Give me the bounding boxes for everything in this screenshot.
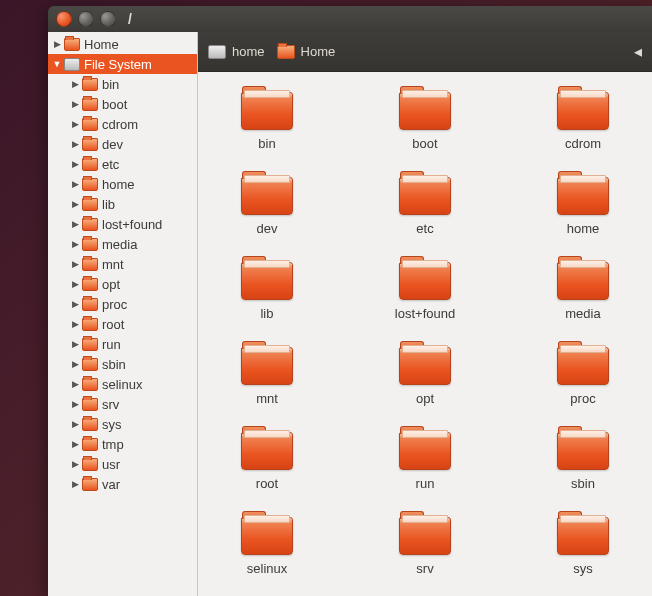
sidebar-item-folder[interactable]: ▶dev [48,134,197,154]
sidebar-item-folder[interactable]: ▶bin [48,74,197,94]
sidebar-item-label: root [102,317,124,332]
sidebar-item-folder[interactable]: ▶var [48,474,197,494]
chevron-right-icon[interactable]: ▶ [70,139,80,149]
sidebar-item-folder[interactable]: ▶lib [48,194,197,214]
chevron-right-icon[interactable]: ▶ [70,339,80,349]
sidebar-item-folder[interactable]: ▶sys [48,414,197,434]
folder-item[interactable]: selinux [241,517,293,576]
folder-icon [82,418,98,431]
folder-item[interactable]: lib [241,262,293,321]
folder-icon [241,347,293,385]
chevron-right-icon[interactable]: ▶ [70,159,80,169]
home-folder-icon [64,38,80,51]
folder-icon [82,198,98,211]
sidebar-item-folder[interactable]: ▶root [48,314,197,334]
sidebar-item-label: usr [102,457,120,472]
sidebar-item-folder[interactable]: ▶home [48,174,197,194]
folder-item[interactable]: opt [399,347,451,406]
folder-item[interactable]: run [399,432,451,491]
sidebar-item-label: lost+found [102,217,162,232]
maximize-icon[interactable] [100,11,116,27]
path-segment-home[interactable]: Home [277,44,336,59]
chevron-right-icon[interactable]: ▶ [70,219,80,229]
folder-item[interactable]: home [557,177,609,236]
folder-label: proc [570,391,595,406]
sidebar[interactable]: ▶ Home ▼ File System ▶bin▶boot▶cdrom▶dev… [48,32,198,596]
chevron-right-icon[interactable]: ▶ [70,259,80,269]
chevron-right-icon[interactable]: ▶ [70,359,80,369]
sidebar-item-folder[interactable]: ▶tmp [48,434,197,454]
folder-icon [82,178,98,191]
chevron-right-icon[interactable]: ▶ [70,99,80,109]
folder-item[interactable]: dev [241,177,293,236]
sidebar-item-folder[interactable]: ▶run [48,334,197,354]
folder-icon [82,318,98,331]
folder-label: bin [258,136,275,151]
sidebar-item-label: mnt [102,257,124,272]
folder-icon [82,358,98,371]
chevron-right-icon[interactable]: ▶ [52,39,62,49]
sidebar-item-folder[interactable]: ▶etc [48,154,197,174]
chevron-right-icon[interactable]: ▶ [70,199,80,209]
folder-icon [82,298,98,311]
folder-item[interactable]: bin [241,92,293,151]
folder-icon [399,262,451,300]
sidebar-item-folder[interactable]: ▶srv [48,394,197,414]
folder-item[interactable]: mnt [241,347,293,406]
path-segment-root[interactable]: home [208,44,265,59]
folder-item[interactable]: proc [557,347,609,406]
chevron-right-icon[interactable]: ▶ [70,379,80,389]
chevron-right-icon[interactable]: ▶ [70,119,80,129]
minimize-icon[interactable] [78,11,94,27]
chevron-right-icon[interactable]: ▶ [70,479,80,489]
sidebar-item-folder[interactable]: ▶usr [48,454,197,474]
folder-icon [82,78,98,91]
chevron-right-icon[interactable]: ▶ [70,299,80,309]
chevron-right-icon[interactable]: ▶ [70,419,80,429]
chevron-down-icon[interactable]: ▼ [52,59,62,69]
sidebar-item-folder[interactable]: ▶proc [48,294,197,314]
chevron-right-icon[interactable]: ▶ [70,459,80,469]
sidebar-item-folder[interactable]: ▶media [48,234,197,254]
folder-item[interactable]: etc [399,177,451,236]
folder-item[interactable]: boot [399,92,451,151]
sidebar-place-home[interactable]: ▶ Home [48,34,197,54]
folder-item[interactable]: srv [399,517,451,576]
folder-label: run [416,476,435,491]
titlebar[interactable]: / [48,6,652,32]
sidebar-item-folder[interactable]: ▶cdrom [48,114,197,134]
sidebar-place-filesystem[interactable]: ▼ File System [48,54,197,74]
sidebar-item-folder[interactable]: ▶sbin [48,354,197,374]
sidebar-item-folder[interactable]: ▶mnt [48,254,197,274]
chevron-right-icon[interactable]: ▶ [70,399,80,409]
sidebar-item-folder[interactable]: ▶boot [48,94,197,114]
folder-item[interactable]: sbin [557,432,609,491]
folder-icon [82,218,98,231]
folder-item[interactable]: root [241,432,293,491]
folder-icon [241,92,293,130]
chevron-right-icon[interactable]: ▶ [70,79,80,89]
sidebar-item-folder[interactable]: ▶selinux [48,374,197,394]
folder-label: etc [416,221,433,236]
folder-icon [399,92,451,130]
chevron-right-icon[interactable]: ▶ [70,279,80,289]
chevron-right-icon[interactable]: ▶ [70,179,80,189]
drive-icon [64,58,80,71]
folder-icon [82,158,98,171]
chevron-right-icon[interactable]: ▶ [70,319,80,329]
sidebar-item-folder[interactable]: ▶opt [48,274,197,294]
file-manager-window: / ▶ Home ▼ File System ▶bin▶boot▶cdrom▶d… [48,6,652,596]
sidebar-item-folder[interactable]: ▶lost+found [48,214,197,234]
chevron-right-icon[interactable]: ▶ [70,439,80,449]
sidebar-item-label: sys [102,417,122,432]
chevron-right-icon[interactable]: ▶ [70,239,80,249]
sidebar-item-label: File System [84,57,152,72]
folder-item[interactable]: sys [557,517,609,576]
folder-icon [399,432,451,470]
folder-item[interactable]: cdrom [557,92,609,151]
close-icon[interactable] [56,11,72,27]
folder-item[interactable]: media [557,262,609,321]
icon-view[interactable]: binbootcdromdevetchomeliblost+foundmedia… [198,72,652,596]
folder-item[interactable]: lost+found [395,262,455,321]
chevron-left-icon[interactable]: ◂ [634,42,642,61]
